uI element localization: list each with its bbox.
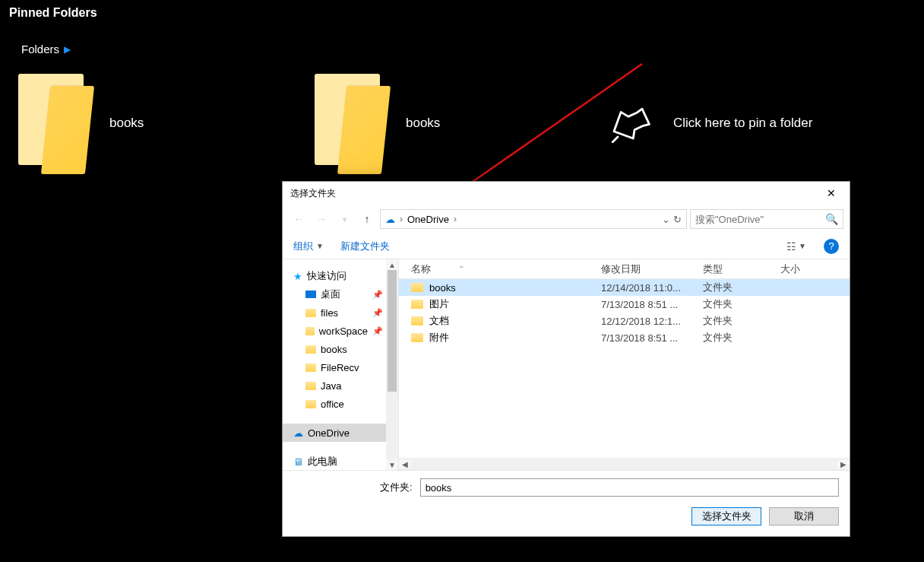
table-row[interactable]: 附件7/13/2018 8:51 ...文件夹: [399, 329, 850, 346]
tree-item-files[interactable]: files📌: [283, 303, 398, 322]
folder-icon: [305, 364, 316, 372]
page-title: Pinned Folders: [0, 0, 924, 26]
scroll-left-icon[interactable]: ◀: [399, 460, 411, 468]
select-folder-button[interactable]: 选择文件夹: [691, 507, 761, 525]
tree-item-label: office: [321, 398, 344, 410]
chevron-down-icon: ▼: [316, 242, 324, 250]
row-type: 文件夹: [703, 314, 780, 328]
table-row[interactable]: books12/14/2018 11:0...文件夹: [399, 279, 850, 296]
refresh-icon[interactable]: ↻: [673, 214, 682, 225]
scroll-down-icon[interactable]: ▼: [386, 459, 398, 470]
sort-caret-icon: ⌃: [458, 265, 464, 273]
tree-item-java[interactable]: Java: [283, 376, 398, 395]
tree-item-label: workSpace: [319, 325, 368, 337]
tree-item-filerecv[interactable]: FileRecv: [283, 358, 398, 376]
pin-action-label: Click here to pin a folder: [673, 116, 812, 131]
nav-up-button[interactable]: ↑: [357, 209, 377, 229]
folders-section-label[interactable]: Folders ▶: [21, 43, 924, 56]
col-size[interactable]: 大小: [780, 262, 826, 276]
scroll-thumb[interactable]: [388, 270, 397, 392]
star-icon: ★: [293, 271, 302, 282]
list-h-scrollbar[interactable]: ◀ ▶: [399, 458, 850, 470]
dialog-footer: 文件夹: 选择文件夹 取消: [283, 471, 850, 536]
tree-item-label: files: [321, 307, 338, 319]
pinned-folder-tile[interactable]: books: [304, 74, 600, 173]
col-name[interactable]: 名称: [411, 262, 431, 276]
tree-item-label: Java: [321, 380, 341, 392]
svg-line-0: [612, 137, 618, 142]
row-date: 12/12/2018 12:1...: [601, 316, 703, 327]
file-list: 名称⌃ 修改日期 类型 大小 books12/14/2018 11:0...文件…: [399, 259, 850, 470]
tree-item-label: 此电脑: [308, 455, 337, 468]
row-name: books: [429, 282, 456, 294]
tree-item-onedrive[interactable]: ☁OneDrive: [283, 424, 398, 442]
onedrive-icon: ☁: [293, 427, 303, 439]
chevron-right-icon: ▶: [64, 44, 71, 55]
breadcrumb-bar[interactable]: ☁ › OneDrive › ⌄ ↻: [380, 209, 687, 229]
tree-item-workspace[interactable]: workSpace📌: [283, 322, 398, 340]
col-date[interactable]: 修改日期: [601, 262, 703, 276]
folder-picker-dialog: 选择文件夹 ✕ ← → ▾ ↑ ☁ › OneDrive › ⌄ ↻ 🔍 组织 …: [282, 181, 850, 537]
nav-dropdown-icon[interactable]: ▾: [334, 209, 354, 229]
tree-item-books[interactable]: books: [283, 340, 398, 358]
row-date: 7/13/2018 8:51 ...: [601, 332, 703, 344]
tree-item-label: FileRecv: [321, 362, 359, 373]
breadcrumb-location: OneDrive: [407, 214, 449, 225]
help-icon[interactable]: ?: [824, 239, 839, 254]
folder-icon: [305, 400, 316, 408]
pinned-folder-label: books: [406, 116, 440, 131]
cancel-button[interactable]: 取消: [769, 507, 839, 525]
folder-icon: [315, 74, 389, 173]
col-type[interactable]: 类型: [703, 262, 780, 276]
tree-item-desktop[interactable]: 桌面📌: [283, 285, 398, 303]
folder-icon: [411, 333, 423, 342]
search-input[interactable]: [695, 214, 825, 225]
pin-icon: [611, 103, 652, 144]
search-icon[interactable]: 🔍: [825, 213, 838, 225]
tree-item-label: books: [321, 344, 347, 355]
pinned-folder-label: books: [109, 116, 144, 131]
pin-icon: 📌: [372, 326, 383, 336]
tree-quick-access[interactable]: ★ 快速访问: [283, 267, 398, 285]
breadcrumb-dropdown-icon[interactable]: ⌄: [662, 214, 670, 225]
onedrive-icon: ☁: [385, 214, 395, 225]
search-box[interactable]: 🔍: [690, 209, 843, 229]
folder-icon: [305, 345, 316, 354]
dialog-title: 选择文件夹: [290, 187, 818, 200]
tree-item-this-pc[interactable]: 🖥此电脑: [283, 452, 398, 470]
row-name: 文档: [429, 314, 449, 328]
folder-icon: [18, 74, 93, 173]
pc-icon: 🖥: [293, 456, 303, 468]
close-button[interactable]: ✕: [818, 183, 845, 204]
dialog-titlebar: 选择文件夹 ✕: [283, 182, 850, 205]
scroll-up-icon[interactable]: ▲: [386, 259, 398, 270]
tree-item-label: 桌面: [321, 287, 340, 301]
organize-menu[interactable]: 组织 ▼: [293, 240, 324, 253]
row-type: 文件夹: [703, 297, 780, 311]
scroll-right-icon[interactable]: ▶: [837, 460, 850, 468]
folder-icon: [411, 316, 423, 325]
column-headers[interactable]: 名称⌃ 修改日期 类型 大小: [399, 259, 850, 279]
view-mode-button[interactable]: ☷ ▼: [786, 239, 807, 254]
row-type: 文件夹: [703, 331, 780, 345]
table-row[interactable]: 文档12/12/2018 12:1...文件夹: [399, 313, 850, 329]
pin-icon: 📌: [372, 290, 383, 300]
pinned-tiles-row: books books Click here to pin a folder: [0, 59, 924, 188]
pin-folder-action[interactable]: Click here to pin a folder: [600, 103, 897, 144]
folder-name-input[interactable]: [420, 478, 839, 497]
tree-item-label: 快速访问: [307, 269, 346, 283]
tree-item-office[interactable]: office: [283, 395, 398, 413]
tree-item-label: OneDrive: [308, 427, 350, 439]
nav-back-button[interactable]: ←: [289, 209, 309, 229]
nav-forward-button[interactable]: →: [312, 209, 331, 229]
folder-icon: [411, 283, 423, 292]
organize-label: 组织: [293, 240, 313, 253]
pinned-folder-tile[interactable]: books: [8, 74, 304, 173]
chevron-right-icon: ›: [454, 214, 457, 224]
tree-scrollbar[interactable]: ▲ ▼: [386, 259, 398, 470]
folder-icon: [305, 309, 316, 317]
new-folder-button[interactable]: 新建文件夹: [340, 240, 390, 253]
row-date: 12/14/2018 11:0...: [601, 282, 703, 294]
table-row[interactable]: 图片7/13/2018 8:51 ...文件夹: [399, 296, 850, 313]
folder-icon: [305, 382, 316, 390]
